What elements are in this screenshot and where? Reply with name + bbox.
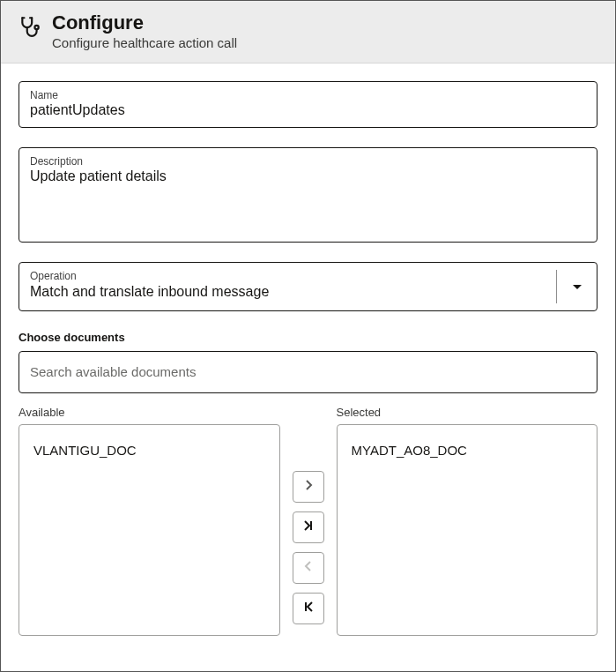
move-all-right-button[interactable] [293, 511, 324, 543]
operation-dropdown-toggle[interactable] [556, 270, 597, 303]
operation-label: Operation [30, 270, 545, 282]
chevron-right-icon [304, 479, 313, 494]
selected-label: Selected [337, 406, 598, 419]
documents-search-input[interactable] [30, 364, 586, 379]
caret-down-icon [572, 279, 583, 295]
operation-value: Match and translate inbound message [30, 283, 545, 302]
choose-documents-label: Choose documents [19, 331, 597, 344]
name-label: Name [30, 89, 586, 101]
name-field[interactable]: Name [19, 81, 597, 128]
move-right-button[interactable] [293, 471, 324, 503]
documents-search[interactable] [19, 351, 597, 393]
available-listbox[interactable]: VLANTIGU_DOC [19, 424, 280, 636]
chevron-left-icon [304, 560, 313, 575]
svg-point-0 [34, 26, 38, 29]
selected-listbox[interactable]: MYADT_AO8_DOC [337, 424, 598, 636]
page-title: Configure [52, 11, 237, 34]
available-label: Available [19, 406, 280, 419]
list-item[interactable]: VLANTIGU_DOC [33, 441, 265, 459]
description-input[interactable] [30, 168, 586, 230]
description-label: Description [30, 155, 586, 168]
documents-shuttle: Available VLANTIGU_DOC [19, 406, 597, 636]
operation-field[interactable]: Operation Match and translate inbound me… [19, 262, 597, 311]
chevron-left-bar-icon [302, 601, 315, 616]
page-header: Configure Configure healthcare action ca… [1, 1, 615, 63]
move-all-left-button[interactable] [293, 593, 324, 624]
move-left-button[interactable] [293, 552, 324, 584]
page-subtitle: Configure healthcare action call [52, 35, 237, 50]
stethoscope-icon [19, 15, 41, 41]
chevron-right-bar-icon [302, 519, 315, 534]
description-field[interactable]: Description [19, 147, 597, 243]
name-input[interactable] [30, 102, 586, 118]
list-item[interactable]: MYADT_AO8_DOC [352, 441, 583, 459]
